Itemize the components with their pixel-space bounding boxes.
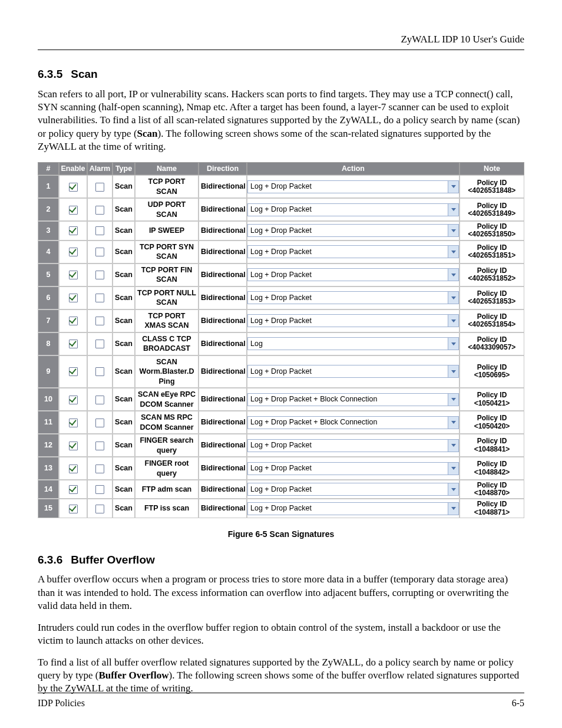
section-number: 6.3.6 xyxy=(38,552,62,567)
dropdown-button[interactable] xyxy=(448,246,458,258)
enable-cell xyxy=(59,332,87,355)
action-dropdown[interactable]: Log + Drop Packet xyxy=(247,439,459,452)
enable-checkbox[interactable] xyxy=(69,505,78,513)
dropdown-button[interactable] xyxy=(448,417,458,429)
alarm-checkbox[interactable] xyxy=(95,294,104,302)
action-dropdown[interactable]: Log xyxy=(247,337,459,350)
enable-checkbox[interactable] xyxy=(69,248,78,256)
action-dropdown[interactable]: Log + Drop Packet xyxy=(247,462,459,475)
dropdown-button[interactable] xyxy=(448,503,458,515)
table-row: 15ScanFTP iss scanBidirectionalLog + Dro… xyxy=(38,499,524,518)
table-row: 4ScanTCP PORT SYN SCANBidirectionalLog +… xyxy=(38,241,524,263)
action-dropdown[interactable]: Log + Drop Packet xyxy=(247,365,459,378)
action-dropdown[interactable]: Log + Drop Packet xyxy=(247,502,459,515)
action-dropdown[interactable]: Log + Drop Packet xyxy=(247,224,459,237)
alarm-checkbox[interactable] xyxy=(95,505,104,513)
action-dropdown[interactable]: Log + Drop Packet + Block Connection xyxy=(247,416,459,429)
type-cell: Scan xyxy=(113,388,135,411)
dropdown-button[interactable] xyxy=(448,463,458,475)
alarm-checkbox[interactable] xyxy=(95,465,104,473)
alarm-checkbox[interactable] xyxy=(95,206,104,215)
alarm-checkbox[interactable] xyxy=(95,396,104,404)
dropdown-button[interactable] xyxy=(448,292,458,304)
action-dropdown[interactable]: Log + Drop Packet xyxy=(247,291,459,304)
row-number: 15 xyxy=(38,499,59,518)
enable-checkbox[interactable] xyxy=(69,294,78,302)
enable-checkbox[interactable] xyxy=(69,442,78,450)
action-dropdown[interactable]: Log + Drop Packet xyxy=(247,483,459,496)
type-cell: Scan xyxy=(113,286,135,309)
alarm-cell xyxy=(87,480,113,499)
enable-checkbox[interactable] xyxy=(69,271,78,279)
dropdown-button[interactable] xyxy=(448,483,458,495)
enable-checkbox[interactable] xyxy=(69,340,78,348)
dropdown-button[interactable] xyxy=(448,204,458,216)
col-action: Action xyxy=(247,162,459,176)
enable-checkbox[interactable] xyxy=(69,465,78,473)
dropdown-button[interactable] xyxy=(448,440,458,452)
type-cell: Scan xyxy=(113,221,135,240)
name-cell: UDP PORT SCAN xyxy=(135,198,199,221)
action-dropdown[interactable]: Log + Drop Packet xyxy=(247,268,459,281)
alarm-cell xyxy=(87,355,113,388)
alarm-checkbox[interactable] xyxy=(95,485,104,494)
alarm-checkbox[interactable] xyxy=(95,442,104,450)
action-dropdown[interactable]: Log + Drop Packet xyxy=(247,203,459,216)
row-number: 7 xyxy=(38,309,59,332)
alarm-checkbox[interactable] xyxy=(95,340,104,348)
action-dropdown[interactable]: Log + Drop Packet xyxy=(247,314,459,327)
enable-cell xyxy=(59,198,87,221)
alarm-checkbox[interactable] xyxy=(95,317,104,325)
action-dropdown[interactable]: Log + Drop Packet xyxy=(247,180,459,193)
policy-id-label: Policy ID xyxy=(462,179,522,187)
alarm-checkbox[interactable] xyxy=(95,226,104,235)
policy-id-label: Policy ID xyxy=(462,391,522,399)
policy-id-label: Policy ID xyxy=(462,500,522,508)
action-cell: Log + Drop Packet + Block Connection xyxy=(247,388,459,411)
chevron-down-icon xyxy=(451,507,456,510)
alarm-checkbox[interactable] xyxy=(95,248,104,256)
action-value: Log + Drop Packet xyxy=(248,365,448,377)
direction-cell: Bidirectional xyxy=(199,309,247,332)
note-cell: Policy ID<4043309057> xyxy=(459,332,524,355)
action-value: Log + Drop Packet xyxy=(248,225,448,236)
direction-cell: Bidirectional xyxy=(199,241,247,263)
enable-cell xyxy=(59,355,87,388)
alarm-cell xyxy=(87,263,113,286)
enable-checkbox[interactable] xyxy=(69,226,78,235)
enable-checkbox[interactable] xyxy=(69,367,78,376)
alarm-checkbox[interactable] xyxy=(95,419,104,427)
page-footer: IDP Policies 6-5 xyxy=(38,693,524,709)
alarm-checkbox[interactable] xyxy=(95,183,104,192)
enable-checkbox[interactable] xyxy=(69,419,78,427)
note-cell: Policy ID<1050420> xyxy=(459,411,524,434)
enable-checkbox[interactable] xyxy=(69,317,78,325)
alarm-cell xyxy=(87,241,113,263)
dropdown-button[interactable] xyxy=(448,225,458,236)
dropdown-button[interactable] xyxy=(448,365,458,377)
enable-cell xyxy=(59,480,87,499)
action-value: Log + Drop Packet xyxy=(248,292,448,304)
action-cell: Log + Drop Packet xyxy=(247,434,459,457)
enable-checkbox[interactable] xyxy=(69,485,78,494)
dropdown-button[interactable] xyxy=(448,315,458,327)
dropdown-button[interactable] xyxy=(448,269,458,281)
enable-checkbox[interactable] xyxy=(69,206,78,215)
action-value: Log + Drop Packet xyxy=(248,204,448,216)
alarm-checkbox[interactable] xyxy=(95,271,104,279)
note-cell: Policy ID<1050421> xyxy=(459,388,524,411)
footer-rule xyxy=(38,693,524,693)
action-dropdown[interactable]: Log + Drop Packet xyxy=(247,245,459,258)
alarm-checkbox[interactable] xyxy=(95,367,104,376)
enable-checkbox[interactable] xyxy=(69,396,78,404)
chevron-down-icon xyxy=(451,297,456,299)
enable-checkbox[interactable] xyxy=(69,183,78,192)
action-dropdown[interactable]: Log + Drop Packet + Block Connection xyxy=(247,393,459,406)
note-cell: Policy ID<4026531851> xyxy=(459,241,524,263)
chevron-down-icon xyxy=(451,319,456,322)
dropdown-button[interactable] xyxy=(448,394,458,406)
dropdown-button[interactable] xyxy=(448,181,458,193)
action-cell: Log + Drop Packet xyxy=(247,221,459,240)
enable-cell xyxy=(59,286,87,309)
dropdown-button[interactable] xyxy=(448,338,458,350)
